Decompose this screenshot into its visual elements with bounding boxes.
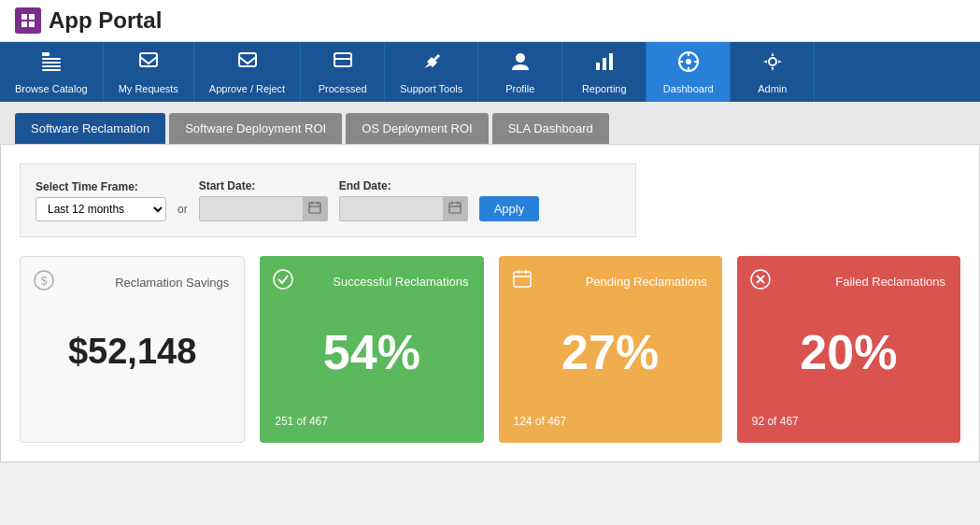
x-circle-icon [750,269,771,294]
svg-rect-16 [603,58,606,70]
app-logo-icon [15,7,41,34]
time-frame-select[interactable]: Last 12 months Last 6 months Last 3 mont… [36,197,166,221]
card-pending-value: 27% [514,289,707,415]
svg-rect-1 [21,14,27,20]
nav-item-profile[interactable]: Profile [478,42,562,102]
start-date-group: Start Date: [199,179,328,221]
start-date-input[interactable] [200,199,303,220]
tabs-bar: Software Reclamation Software Deployment… [0,102,980,145]
svg-point-14 [516,53,525,63]
nav-label-browse-catalog: Browse Catalog [15,83,88,94]
admin-icon [760,50,785,79]
svg-rect-4 [29,21,35,27]
cards-row: $ Reclamation Savings $52,148 Successful… [20,256,960,443]
nav-label-my-requests: My Requests [119,83,178,94]
nav-item-my-requests[interactable]: My Requests [104,42,194,102]
nav-item-support-tools[interactable]: Support Tools [385,42,478,102]
card-failed-title: Failed Reclamations [752,275,945,289]
card-reclamation-savings: $ Reclamation Savings $52,148 [20,256,245,443]
nav-item-approve-reject[interactable]: Approve / Reject [194,42,301,102]
nav-label-profile: Profile [505,83,534,94]
svg-rect-3 [21,21,27,27]
tab-os-deployment-roi[interactable]: OS Deployment ROI [346,113,489,144]
nav-bar: Browse Catalog My Requests Approve / Rej… [0,42,980,102]
nav-item-processed[interactable]: Processed [301,42,385,102]
tab-software-deployment-roi[interactable]: Software Deployment ROI [169,113,342,144]
card-pending-title: Pending Reclamations [514,275,707,289]
svg-point-24 [769,58,776,65]
card-success-value: 54% [275,289,468,415]
end-date-cal-button[interactable] [443,197,467,220]
catalog-icon [39,50,64,79]
svg-rect-8 [42,65,61,67]
app-title: App Portal [49,7,162,34]
svg-rect-7 [42,62,61,64]
app-header: App Portal [0,0,980,42]
start-date-label: Start Date: [199,179,328,192]
nav-item-dashboard[interactable]: Dashboard [646,42,731,102]
check-circle-icon [273,269,293,294]
dollar-icon: $ [34,270,54,295]
svg-rect-6 [42,58,61,60]
start-date-wrap [199,196,328,221]
time-frame-group: Select Time Frame: Last 12 months Last 6… [36,180,166,221]
end-date-group: End Date: [339,179,468,221]
nav-item-admin[interactable]: Admin [731,42,815,102]
reporting-icon [592,50,617,79]
svg-rect-9 [42,69,61,71]
card-failed-value: 20% [752,289,945,415]
nav-label-dashboard: Dashboard [663,83,714,94]
processed-icon [331,50,355,79]
card-pending-footer: 124 of 467 [514,415,707,428]
card-pending-reclamations: Pending Reclamations 27% 124 of 467 [499,256,722,443]
calendar-icon [512,269,533,294]
nav-label-support-tools: Support Tools [400,83,462,94]
tab-sla-dashboard[interactable]: SLA Dashboard [492,113,609,144]
tools-icon [419,50,444,79]
or-label: or [178,203,188,216]
nav-label-approve-reject: Approve / Reject [209,83,285,94]
card-successful-reclamations: Successful Reclamations 54% 251 of 467 [260,256,483,443]
svg-rect-15 [596,63,600,70]
card-savings-value: $52,148 [36,290,229,414]
end-date-input[interactable] [340,199,443,220]
time-frame-label: Select Time Frame: [36,180,166,193]
apply-button[interactable]: Apply [479,196,540,221]
approve-icon [235,50,260,79]
svg-point-19 [686,59,691,64]
nav-label-reporting: Reporting [582,83,627,94]
end-date-label: End Date: [339,179,468,192]
svg-rect-2 [29,14,35,20]
card-savings-title: Reclamation Savings [36,276,229,290]
svg-rect-29 [449,203,461,213]
nav-item-browse-catalog[interactable]: Browse Catalog [0,42,104,102]
card-savings-footer [36,414,229,427]
dashboard-icon [676,50,701,79]
nav-item-reporting[interactable]: Reporting [562,42,646,102]
svg-rect-5 [42,52,50,56]
card-success-footer: 251 of 467 [275,415,468,428]
start-date-cal-button[interactable] [303,197,327,220]
svg-point-35 [274,270,292,289]
svg-rect-25 [309,203,320,213]
card-failed-footer: 92 of 467 [752,415,945,428]
card-failed-reclamations: Failed Reclamations 20% 92 of 467 [737,256,960,443]
nav-label-processed: Processed [319,83,367,94]
filter-row: Select Time Frame: Last 12 months Last 6… [20,163,636,237]
svg-rect-36 [514,272,531,287]
card-success-title: Successful Reclamations [275,275,468,289]
profile-icon [508,50,533,79]
requests-icon [136,50,161,79]
main-content: Select Time Frame: Last 12 months Last 6… [0,145,980,462]
nav-label-admin: Admin [758,83,787,94]
svg-rect-17 [609,53,613,70]
svg-text:$: $ [41,275,48,288]
end-date-wrap [339,196,468,221]
tab-software-reclamation[interactable]: Software Reclamation [15,113,165,144]
